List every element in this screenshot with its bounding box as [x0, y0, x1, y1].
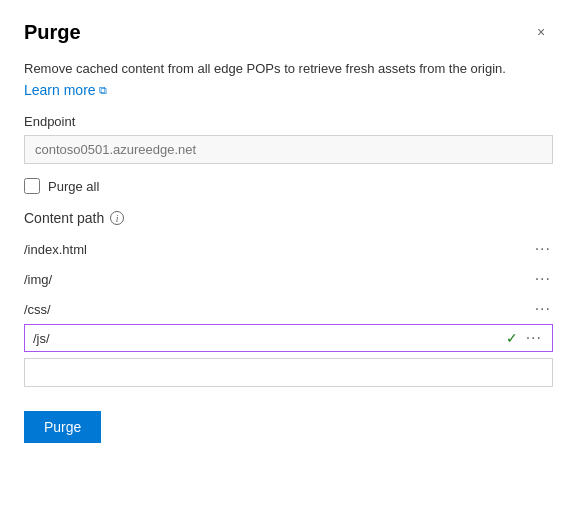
path-value-js: /js/	[33, 331, 50, 346]
purge-all-row: Purge all	[24, 178, 553, 194]
close-icon: ×	[537, 24, 545, 40]
new-path-input[interactable]	[24, 358, 553, 387]
dialog-footer: Purge	[24, 411, 553, 443]
path-value-index: /index.html	[24, 242, 87, 257]
close-button[interactable]: ×	[529, 20, 553, 44]
dialog-description: Remove cached content from all edge POPs…	[24, 60, 553, 78]
purge-all-label[interactable]: Purge all	[48, 179, 99, 194]
path-more-button-img[interactable]: ···	[533, 271, 553, 287]
check-icon: ✓	[506, 330, 518, 346]
info-icon[interactable]: i	[110, 211, 124, 225]
purge-dialog: Purge × Remove cached content from all e…	[0, 0, 577, 519]
endpoint-input[interactable]	[24, 135, 553, 164]
path-list: /index.html ··· /img/ ··· /css/ ··· /js/…	[24, 234, 553, 387]
purge-all-checkbox[interactable]	[24, 178, 40, 194]
external-link-icon: ⧉	[99, 84, 107, 97]
purge-button[interactable]: Purge	[24, 411, 101, 443]
content-path-label-row: Content path i	[24, 210, 553, 226]
path-value-css: /css/	[24, 302, 51, 317]
dialog-title: Purge	[24, 21, 81, 44]
path-value-img: /img/	[24, 272, 52, 287]
path-row-js: /js/ ✓ ···	[24, 324, 553, 352]
content-path-text: Content path	[24, 210, 104, 226]
dialog-header: Purge ×	[24, 20, 553, 44]
path-row-img: /img/ ···	[24, 264, 553, 294]
path-row-js-actions: ✓ ···	[506, 330, 544, 346]
path-more-button-index[interactable]: ···	[533, 241, 553, 257]
path-more-button-css[interactable]: ···	[533, 301, 553, 317]
path-row-css: /css/ ···	[24, 294, 553, 324]
endpoint-label: Endpoint	[24, 114, 553, 129]
path-row-index: /index.html ···	[24, 234, 553, 264]
learn-more-link[interactable]: Learn more ⧉	[24, 82, 553, 98]
path-more-button-js[interactable]: ···	[524, 330, 544, 346]
learn-more-label: Learn more	[24, 82, 96, 98]
